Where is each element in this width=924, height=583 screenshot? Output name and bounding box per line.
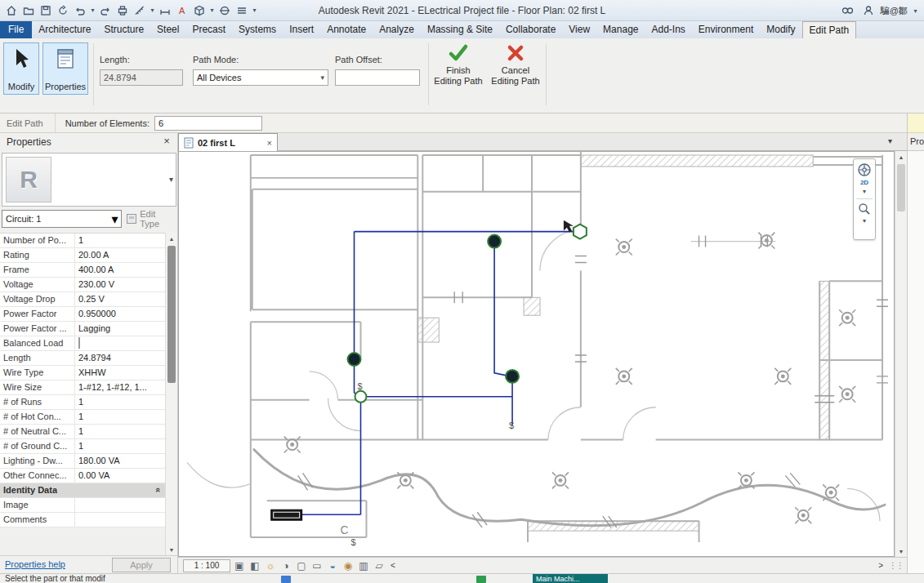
table-row[interactable]: Wire Size1-#12, 1-#12, 1... [0, 381, 166, 395]
view-tab-list-chevron-icon[interactable]: ▾ [888, 136, 892, 145]
edit-type-button[interactable]: Edit Type [127, 209, 176, 229]
path-mode-select[interactable]: All Devices ▾ [193, 69, 328, 86]
properties-button[interactable]: Properties [42, 42, 88, 95]
redo-icon[interactable] [97, 2, 114, 19]
switch-symbol[interactable]: $ [351, 537, 356, 547]
scroll-down-icon[interactable]: ▼ [895, 545, 907, 557]
table-row[interactable]: Voltage230.00 V [0, 278, 166, 292]
viewbar-resize-grip[interactable]: ⋮⋮ [889, 561, 904, 570]
scroll-down-icon[interactable]: ▼ [166, 544, 177, 555]
device-symbol[interactable] [738, 472, 754, 488]
table-row[interactable]: # of Ground C...1 [0, 439, 166, 454]
viewbar-chevron-left-icon[interactable]: < [388, 561, 398, 570]
zoom-icon[interactable] [858, 202, 871, 216]
section-collapse-icon[interactable]: « [154, 487, 163, 492]
table-row[interactable]: Length24.8794 [0, 351, 166, 366]
device-symbol[interactable] [284, 437, 301, 453]
table-row[interactable]: Lighting - Dw...180.00 VA [0, 454, 166, 469]
tab-file[interactable]: File [0, 21, 32, 38]
table-row[interactable]: Frame400.00 A [0, 263, 166, 278]
save-icon[interactable] [38, 2, 54, 19]
account-label[interactable]: 騙@鄒 [881, 5, 908, 17]
length-input[interactable] [100, 69, 183, 86]
section-icon[interactable] [216, 2, 233, 19]
tab-precast[interactable]: Precast [185, 21, 232, 38]
table-row[interactable]: Comments [0, 513, 166, 527]
properties-scrollbar-thumb[interactable] [167, 246, 176, 383]
wheel-chevron-icon[interactable]: ▾ [863, 188, 866, 195]
tab-manage[interactable]: Manage [596, 21, 645, 38]
switch-symbol[interactable]: $ [358, 381, 363, 391]
device-symbol[interactable] [616, 239, 632, 256]
properties-help-link[interactable]: Properties help [5, 559, 65, 569]
scroll-up-icon[interactable]: ▲ [166, 233, 177, 244]
properties-scrollbar[interactable]: ▲ ▼ [165, 233, 177, 555]
right-panel-header[interactable]: Pro [908, 133, 924, 151]
device-symbol[interactable] [616, 368, 632, 385]
user-icon[interactable] [860, 2, 877, 19]
circuit-nodes[interactable] [348, 220, 587, 403]
balanced-load-checkbox[interactable] [78, 337, 80, 349]
device-symbol[interactable] [397, 472, 413, 488]
table-row-balanced-load[interactable]: Balanced Load [0, 336, 166, 351]
table-row[interactable]: # of Neutral C...1 [0, 425, 166, 439]
undo-dropdown-icon[interactable]: ▾ [89, 7, 96, 14]
default-3d-view-icon[interactable] [191, 2, 208, 19]
tab-analyze[interactable]: Analyze [373, 21, 421, 38]
taskbar-icon[interactable] [476, 576, 486, 583]
taskbar-icon[interactable] [281, 576, 291, 583]
device-symbol[interactable] [552, 472, 569, 488]
properties-close-icon[interactable]: × [160, 135, 173, 147]
electrical-panel[interactable] [271, 510, 302, 520]
home-icon[interactable] [3, 2, 20, 19]
identity-data-section-header[interactable]: Identity Data « [0, 483, 166, 498]
tab-edit-path[interactable]: Edit Path [802, 21, 857, 38]
crop-view-icon[interactable]: ▢ [295, 559, 308, 572]
table-row[interactable]: Power Factor ...Lagging [0, 322, 166, 336]
account-dropdown-icon[interactable]: ▾ [912, 7, 919, 15]
navigation-bar[interactable]: 2D ▾ ▾ [853, 158, 876, 240]
table-row[interactable]: # of Runs1 [0, 395, 166, 410]
device-symbol[interactable] [774, 368, 791, 385]
viewbar-chevron-right-icon[interactable]: > [876, 561, 886, 570]
tab-structure[interactable]: Structure [97, 21, 150, 38]
show-constraints-icon[interactable]: ▱ [373, 559, 386, 572]
finish-editing-path-button[interactable]: Finish Editing Path [433, 43, 484, 105]
table-row[interactable]: # of Hot Con...1 [0, 410, 166, 425]
circuit-node[interactable] [488, 235, 501, 248]
show-rendering-icon[interactable]: ▣ [233, 559, 246, 572]
scroll-up-icon[interactable]: ▲ [895, 151, 907, 162]
reveal-hidden-elements-icon[interactable]: ◉ [341, 559, 355, 572]
tab-add-ins[interactable]: Add-Ins [645, 21, 691, 38]
aligned-dimension-icon[interactable] [157, 2, 173, 19]
floor-plan[interactable]: $ $ $ C [179, 152, 894, 556]
tab-environment[interactable]: Environment [692, 21, 760, 38]
device-symbol[interactable] [839, 309, 855, 326]
steering-wheel-icon[interactable] [857, 162, 872, 177]
canvas-scrollbar-thumb[interactable] [897, 164, 905, 211]
circuit-combobox[interactable]: Circuit: 1 ▾ [2, 210, 122, 228]
visual-style-icon[interactable]: ◧ [248, 559, 261, 572]
view-dropdown-icon[interactable]: ▾ [208, 7, 216, 14]
open-icon[interactable] [20, 2, 37, 19]
tab-systems[interactable]: Systems [232, 21, 283, 38]
device-symbol[interactable] [839, 386, 855, 403]
table-row[interactable]: Image [0, 498, 166, 513]
taskbar-button-main-machine[interactable]: Main Machi... [533, 574, 608, 583]
tab-annotate[interactable]: Annotate [320, 21, 373, 38]
shadows-icon[interactable]: ◑ [279, 559, 292, 572]
type-selector-chevron-icon[interactable]: ▾ [169, 175, 173, 184]
apply-button[interactable]: Apply [112, 558, 171, 572]
measure-dropdown-icon[interactable]: ▾ [149, 7, 156, 14]
lighting-devices[interactable] [284, 233, 855, 524]
circuit-node[interactable] [506, 370, 519, 383]
modify-button[interactable]: Modify [3, 42, 39, 95]
number-of-elements-input[interactable] [154, 116, 262, 131]
table-row[interactable]: Voltage Drop0.25 V [0, 292, 166, 307]
table-row[interactable]: Wire TypeXHHW [0, 366, 166, 381]
temporary-hide-isolate-icon[interactable]: ◒ [326, 559, 339, 572]
view-tab-close-icon[interactable]: × [267, 138, 272, 148]
device-symbol[interactable] [758, 233, 774, 249]
circuit-path[interactable] [301, 232, 578, 515]
tab-insert[interactable]: Insert [283, 21, 320, 38]
